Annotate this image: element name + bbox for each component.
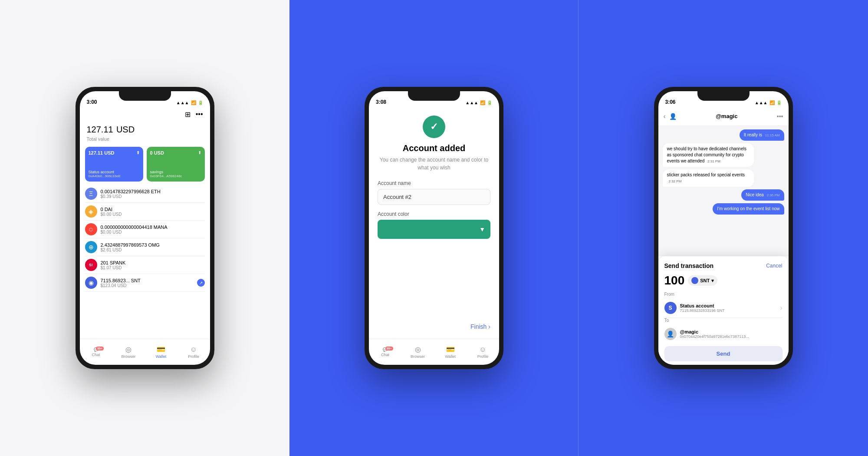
middle-background: 3:08 ▲▲▲ 📶 🔋 ✓ Account added You can cha… bbox=[289, 0, 579, 456]
nav-profile-1[interactable]: ☺ Profile bbox=[178, 346, 210, 359]
nav-emoji-label-2: Profile bbox=[477, 354, 489, 359]
back-button[interactable]: ‹ bbox=[664, 112, 666, 120]
time-display-3: 3:06 bbox=[665, 99, 676, 105]
msg-4: Nice idea 2:36 PM bbox=[741, 189, 784, 201]
chat-more-icon[interactable]: ••• bbox=[777, 113, 783, 120]
token-eth[interactable]: Ξ 0.00147832297996628 ETH $0.39 USD bbox=[85, 185, 205, 203]
token-dai[interactable]: ◈ 0 DAI $0.00 USD bbox=[85, 203, 205, 221]
tx-token-icon bbox=[691, 277, 698, 284]
nav-wallet-label-2: Wallet bbox=[445, 354, 456, 359]
snt-usd: $123.04 USD bbox=[101, 283, 194, 288]
nav-browser-label-1: Browser bbox=[121, 354, 135, 359]
omg-info: 2.4324887997869573 OMG $2.61 USD bbox=[101, 242, 205, 252]
nav-wallet-1[interactable]: 💳 Wallet bbox=[145, 345, 178, 359]
grid-icon[interactable]: ⊞ bbox=[185, 110, 191, 119]
nav-emoji-2[interactable]: ☺ Profile bbox=[467, 346, 499, 359]
msg-1: It really is 11:15 AM bbox=[740, 129, 784, 141]
nav-chat-2[interactable]: 💬 99+ Chat bbox=[369, 347, 401, 357]
finish-row: Finish › bbox=[378, 319, 490, 330]
left-background: 3:00 ▲▲▲ 📶 🔋 ⊞ ••• 127.11 USD bbox=[0, 0, 289, 456]
finish-button[interactable]: Finish › bbox=[470, 323, 490, 330]
account-color-select[interactable]: ▼ bbox=[378, 220, 490, 239]
battery-icon-3: 🔋 bbox=[776, 100, 782, 105]
signal-icon-2: ▲▲▲ bbox=[465, 100, 478, 105]
send-button[interactable]: Send bbox=[664, 346, 783, 361]
msg-2: we should try to have dedicated channels… bbox=[663, 143, 754, 167]
nav-chat-icon-1: 💬 99+ bbox=[94, 347, 99, 352]
success-icon-circle: ✓ bbox=[423, 116, 445, 138]
tx-header: Send transaction Cancel bbox=[664, 262, 783, 269]
msg-time-3: 2:32 PM bbox=[669, 179, 682, 183]
account-addr-1: 0xA40b0...906c33eE bbox=[89, 174, 140, 178]
nav-browser-label-2: Browser bbox=[411, 354, 425, 359]
msg-text-5: I'm working on the event list now bbox=[717, 206, 779, 211]
wallet-balance-section: 127.11 USD Total value bbox=[80, 120, 210, 145]
account-name-input[interactable] bbox=[378, 189, 490, 205]
nav-wallet-2[interactable]: 💳 Wallet bbox=[434, 345, 467, 359]
snt-info: 7115.86923... SNT $123.04 USD bbox=[101, 278, 194, 288]
nav-chat-1[interactable]: 💬 99+ Chat bbox=[80, 347, 112, 357]
account-card-status[interactable]: 127.11 USD ⬆ Status account 0xA40b0...90… bbox=[85, 147, 143, 182]
wallet-icon-2: 💳 bbox=[446, 345, 455, 354]
right-background: 3:06 ▲▲▲ 📶 🔋 ‹ 👤 @magic ••• It really is… bbox=[579, 0, 868, 456]
phone-account-added: 3:08 ▲▲▲ 📶 🔋 ✓ Account added You can cha… bbox=[365, 87, 503, 369]
battery-icon-2: 🔋 bbox=[487, 100, 492, 105]
nav-browser-1[interactable]: ◎ Browser bbox=[112, 345, 145, 359]
nav-wallet-label-1: Wallet bbox=[156, 354, 167, 359]
tx-title: Send transaction bbox=[664, 262, 714, 269]
emoji-icon-2: ☺ bbox=[479, 346, 486, 354]
checkmark-icon: ✓ bbox=[430, 121, 438, 132]
to-account-address: 0x0704420e4f750a97281ebc7387113... bbox=[680, 334, 783, 339]
account-added-screen: 3:08 ▲▲▲ 📶 🔋 ✓ Account added You can cha… bbox=[369, 91, 499, 365]
msg-5: I'm working on the event list now bbox=[713, 203, 784, 215]
msg-time-4: 2:36 PM bbox=[767, 193, 780, 197]
mana-amount: 0.000000000000004418 MANA bbox=[101, 225, 205, 230]
tx-token-selector[interactable]: SNT ▾ bbox=[688, 275, 717, 286]
nav-browser-2[interactable]: ◎ Browser bbox=[401, 345, 434, 359]
token-omg[interactable]: ⊕ 2.4324887997869573 OMG $2.61 USD bbox=[85, 238, 205, 256]
status-icons-3: ▲▲▲ 📶 🔋 bbox=[755, 100, 782, 105]
omg-amount: 2.4324887997869573 OMG bbox=[101, 242, 205, 248]
wallet-header: ⊞ ••• bbox=[80, 107, 210, 120]
tx-cancel-button[interactable]: Cancel bbox=[766, 263, 782, 269]
tx-token-chevron: ▾ bbox=[711, 278, 714, 284]
omg-usd: $2.61 USD bbox=[101, 248, 205, 252]
phone-notch-3 bbox=[697, 91, 750, 101]
more-icon[interactable]: ••• bbox=[196, 110, 203, 119]
omg-icon: ⊕ bbox=[85, 241, 97, 253]
eth-icon: Ξ bbox=[85, 188, 97, 200]
token-snt[interactable]: ◉ 7115.86923... SNT $123.04 USD ↗ bbox=[85, 274, 205, 292]
token-mana[interactable]: ⬡ 0.000000000000004418 MANA $0.00 USD bbox=[85, 221, 205, 238]
tx-from-row[interactable]: S Status account 7115.869232833196 SNT › bbox=[664, 298, 783, 318]
account-card-savings[interactable]: 0 USD ⬆ savings 0x03F64...A598248c bbox=[147, 147, 205, 182]
snt-amount: 7115.86923... SNT bbox=[101, 278, 194, 283]
account-amount-2: 0 USD bbox=[150, 150, 164, 155]
msg-time-1: 11:15 AM bbox=[765, 133, 780, 137]
from-chevron-icon: › bbox=[780, 304, 782, 312]
token-spank[interactable]: S! 201 SPANK $1.07 USD bbox=[85, 256, 205, 274]
mana-info: 0.000000000000004418 MANA $0.00 USD bbox=[101, 225, 205, 235]
eth-usd: $0.39 USD bbox=[101, 194, 205, 199]
tx-token-label: SNT bbox=[700, 278, 710, 283]
msg-3: sticker packs released for special event… bbox=[663, 169, 754, 187]
spank-info: 201 SPANK $1.07 USD bbox=[101, 260, 205, 270]
share-icon-2[interactable]: ⬆ bbox=[198, 150, 201, 155]
bottom-nav-2: 💬 99+ Chat ◎ Browser 💳 Wallet ☺ Profile bbox=[369, 339, 499, 365]
bottom-nav-1: 💬 99+ Chat ◎ Browser 💳 Wallet ☺ bbox=[80, 339, 210, 365]
account-added-content: ✓ Account added You can change the accou… bbox=[369, 107, 499, 339]
account-name-group: Account name bbox=[378, 180, 490, 205]
balance-label: Total value bbox=[87, 136, 203, 142]
to-account-name: @magic bbox=[680, 329, 783, 334]
account-color-label: Account color bbox=[378, 211, 490, 217]
tx-to-row: 👤 @magic 0x0704420e4f750a97281ebc7387113… bbox=[664, 324, 783, 344]
time-display-2: 3:08 bbox=[376, 99, 386, 105]
wallet-screen: 3:00 ▲▲▲ 📶 🔋 ⊞ ••• 127.11 USD bbox=[80, 91, 210, 365]
wallet-content: ⊞ ••• 127.11 USD Total value 127.11 USD bbox=[80, 107, 210, 365]
currency-label: USD bbox=[116, 125, 135, 134]
wifi-icon-2: 📶 bbox=[480, 100, 485, 105]
mana-icon: ⬡ bbox=[85, 223, 97, 235]
snt-arrow-icon: ↗ bbox=[197, 279, 205, 287]
share-icon-1[interactable]: ⬆ bbox=[136, 150, 140, 155]
msg-text-2: we should try to have dedicated channels… bbox=[667, 146, 746, 163]
from-account-name: Status account bbox=[680, 303, 777, 308]
